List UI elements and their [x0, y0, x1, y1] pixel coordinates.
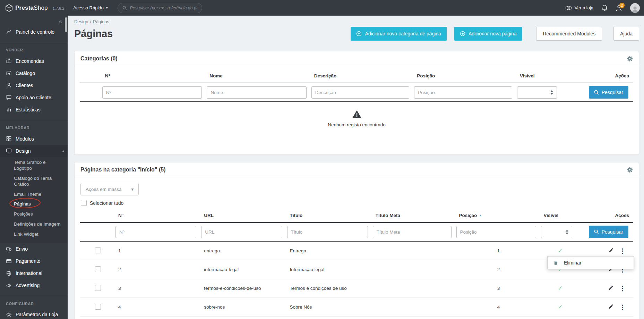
col-visible[interactable]: Visível — [541, 206, 580, 223]
view-shop-link[interactable]: Ver a loja — [565, 5, 593, 10]
pages-filter-row: Pesquisar — [80, 223, 633, 241]
select-arrows-icon — [565, 230, 569, 234]
col-name[interactable]: Nome — [207, 66, 311, 83]
col-title[interactable]: Título — [287, 206, 373, 223]
sidebar-item-design[interactable]: Design ▴ — [0, 145, 68, 157]
sidebar-item-customer-service[interactable]: Apoio ao Cliente — [0, 91, 68, 103]
cell-title: Sobre Nós — [287, 298, 373, 317]
quick-access-menu[interactable]: Acesso Rápido ▾ — [73, 5, 108, 10]
context-menu-delete[interactable]: Eliminar — [548, 257, 634, 269]
col-url[interactable]: URL — [201, 206, 287, 223]
breadcrumb-parent[interactable]: Design — [74, 19, 88, 24]
row-context-menu: Eliminar — [547, 256, 634, 269]
row-checkbox[interactable] — [95, 304, 101, 310]
categories-settings-button[interactable] — [627, 56, 633, 62]
sidebar-item-advertising[interactable]: Advertising — [0, 279, 68, 292]
edit-button[interactable] — [606, 247, 616, 255]
col-description[interactable]: Descrição — [311, 66, 414, 83]
sidebar-item-email-theme[interactable]: Email Theme — [0, 190, 68, 200]
sidebar-item-catalog[interactable]: Catálogo — [0, 67, 68, 79]
categories-panel: Categorias (0) Nº Nome Descrição Posição… — [74, 51, 639, 155]
sidebar-item-image-settings[interactable]: Definições de Imagem — [0, 219, 68, 229]
filter-name-input[interactable] — [207, 86, 306, 99]
avatar[interactable] — [630, 3, 640, 13]
sidebar-item-dashboard[interactable]: Painel de controlo — [0, 26, 68, 38]
gear-icon — [6, 312, 12, 318]
breadcrumb: Design/Páginas — [74, 19, 639, 24]
pages-search-button[interactable]: Pesquisar — [589, 226, 628, 238]
edit-button[interactable] — [606, 284, 616, 292]
main-content: Design/Páginas Páginas Adicionar nova ca… — [68, 16, 644, 319]
select-all-row: Selecionar tudo — [81, 200, 639, 206]
sort-asc-icon[interactable]: ▲ — [479, 214, 482, 217]
credit-card-icon — [6, 258, 12, 264]
monitor-icon — [6, 148, 12, 154]
col-id[interactable]: Nº — [102, 66, 207, 83]
help-button[interactable]: Ajuda — [613, 27, 639, 41]
sidebar-item-payment[interactable]: Pagamento — [0, 255, 68, 267]
categories-search-button[interactable]: Pesquisar — [589, 86, 628, 99]
employees-button[interactable]: 2 — [616, 5, 622, 11]
col-position[interactable]: Posição▲ — [456, 206, 541, 223]
sidebar-item-orders[interactable]: Encomendas — [0, 55, 68, 67]
section-improve: MELHORAR — [0, 120, 68, 133]
row-menu-button[interactable]: ⋮ — [617, 285, 628, 292]
sidebar-item-positions[interactable]: Posições — [0, 209, 68, 219]
pages-settings-button[interactable] — [627, 167, 633, 173]
add-page-category-button[interactable]: Adicionar nova categoria de página — [351, 27, 447, 41]
filter-visible-select[interactable] — [517, 86, 557, 99]
filter-id-input[interactable] — [115, 226, 196, 238]
filter-id-input[interactable] — [102, 86, 202, 99]
col-visible[interactable]: Visível — [517, 66, 564, 83]
global-search — [118, 3, 202, 13]
row-checkbox[interactable] — [95, 247, 101, 253]
row-menu-button[interactable]: ⋮ — [617, 247, 628, 255]
section-sell: VENDER — [0, 42, 68, 55]
row-menu-button[interactable]: ⋮ — [617, 303, 628, 311]
person-icon — [6, 82, 12, 88]
chevron-down-icon: ▾ — [106, 6, 108, 10]
filter-description-input[interactable] — [311, 86, 410, 99]
filter-meta-title-input[interactable] — [373, 226, 452, 238]
sidebar-item-shipping[interactable]: Envio — [0, 243, 68, 255]
sidebar-scrollbar[interactable] — [65, 17, 67, 32]
filter-title-input[interactable] — [287, 226, 368, 238]
sidebar-item-modules[interactable]: Módulos — [0, 133, 68, 145]
sidebar-collapse-button[interactable]: « — [0, 16, 68, 26]
sidebar-item-pages[interactable]: Páginas — [0, 199, 68, 209]
add-page-button[interactable]: Adicionar nova página — [454, 27, 522, 41]
filter-url-input[interactable] — [201, 226, 282, 238]
sidebar-item-stats[interactable]: Estatísticas — [0, 103, 68, 116]
row-checkbox[interactable] — [95, 266, 101, 272]
warning-triangle-icon — [352, 110, 361, 118]
sidebar-item-link-widget[interactable]: Link Widget — [0, 229, 68, 240]
categories-filter-row: Pesquisar — [80, 83, 633, 102]
trash-icon — [553, 260, 558, 266]
filter-position-input[interactable] — [456, 226, 536, 238]
notifications-button[interactable] — [602, 5, 608, 11]
categories-table: Nº Nome Descrição Posição Visível Ações — [80, 66, 633, 102]
recommended-modules-button[interactable]: Recommended Modules — [536, 27, 602, 41]
cell-meta-title — [373, 317, 456, 319]
sidebar-item-customers[interactable]: Clientes — [0, 79, 68, 91]
sidebar-item-theme-logo[interactable]: Tema Gráfico e Logótipo — [0, 158, 68, 174]
bulk-actions-button[interactable]: Ações em massa ▾ — [80, 183, 139, 195]
gear-icon — [627, 56, 633, 62]
prestashop-logo[interactable]: PrestaShop 1.7.6.2 — [6, 4, 64, 12]
row-checkbox[interactable] — [95, 285, 101, 291]
bell-icon — [602, 5, 608, 11]
table-row: 4 sobre-nos Sobre Nós 4 ✓ ⋮ — [80, 298, 633, 317]
sidebar-item-shop-parameters[interactable]: Parâmetros da Loja — [0, 309, 68, 319]
filter-position-input[interactable] — [414, 86, 512, 99]
col-actions: Ações — [564, 66, 633, 83]
edit-button[interactable] — [606, 303, 616, 311]
filter-visible-select[interactable] — [541, 226, 572, 238]
col-position[interactable]: Posição — [414, 66, 517, 83]
select-all-checkbox[interactable] — [81, 200, 87, 206]
col-id[interactable]: Nº — [115, 206, 201, 223]
sidebar-item-international[interactable]: International — [0, 267, 68, 279]
global-search-input[interactable] — [130, 6, 197, 10]
col-meta-title[interactable]: Título Meta — [373, 206, 456, 223]
globe-icon — [6, 270, 12, 276]
sidebar-item-theme-catalog[interactable]: Catálogo do Tema Gráfico — [0, 174, 68, 190]
